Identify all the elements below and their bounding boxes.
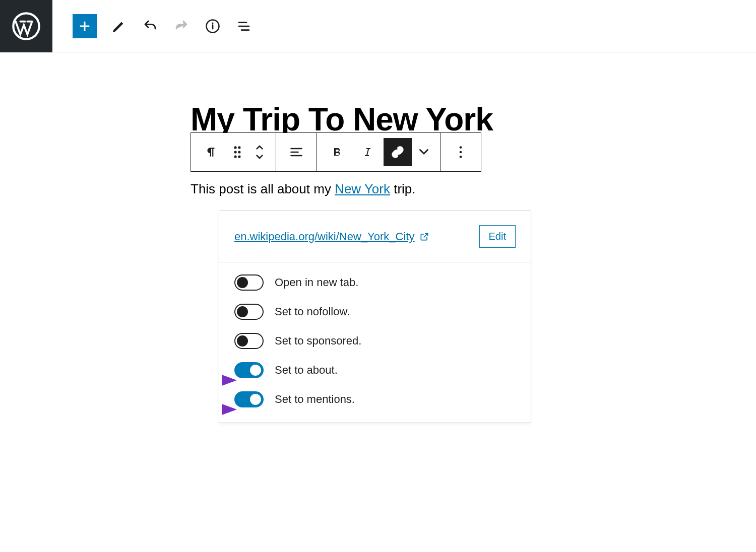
paragraph-block[interactable]: This post is all about my New York trip. xyxy=(191,181,416,197)
link-popover-options: Open in new tab.Set to nofollow.Set to s… xyxy=(219,262,531,423)
link-option-row: Set to mentions. xyxy=(234,391,516,407)
svg-point-2 xyxy=(234,146,237,149)
svg-point-7 xyxy=(238,156,240,158)
link-option-label: Set to sponsored. xyxy=(275,334,361,348)
link-option-label: Set to about. xyxy=(275,364,338,377)
svg-point-6 xyxy=(234,156,237,158)
info-button[interactable] xyxy=(204,17,222,35)
italic-icon xyxy=(361,146,373,158)
kebab-icon xyxy=(459,146,463,159)
editor-content: My Trip To New York xyxy=(191,103,563,135)
link-option-toggle[interactable] xyxy=(234,304,264,320)
link-option-row: Set to about. xyxy=(234,362,516,378)
drag-handle[interactable] xyxy=(227,138,247,166)
add-block-button[interactable] xyxy=(73,14,97,38)
select-tool-button[interactable] xyxy=(110,17,128,35)
link-option-row: Open in new tab. xyxy=(234,274,516,291)
italic-button[interactable] xyxy=(353,138,382,166)
wordpress-icon xyxy=(12,12,40,40)
info-icon xyxy=(205,19,220,34)
block-type-button[interactable] xyxy=(197,138,225,166)
plus-icon xyxy=(78,19,92,33)
link-option-row: Set to sponsored. xyxy=(234,333,516,349)
undo-icon xyxy=(143,19,158,34)
undo-button[interactable] xyxy=(141,17,159,35)
link-option-label: Set to nofollow. xyxy=(275,305,350,318)
link-option-toggle[interactable] xyxy=(234,274,264,291)
editor-topbar xyxy=(0,0,756,52)
paragraph-text-before: This post is all about my xyxy=(191,181,335,196)
block-more-button[interactable] xyxy=(447,138,475,166)
link-option-row: Set to nofollow. xyxy=(234,304,516,320)
list-icon xyxy=(236,19,251,34)
svg-point-3 xyxy=(238,146,240,149)
paragraph-link[interactable]: New York xyxy=(335,181,390,196)
link-option-toggle[interactable] xyxy=(234,362,264,378)
link-settings-popover: en.wikipedia.org/wiki/New_York_City Edit… xyxy=(219,211,531,423)
link-option-label: Open in new tab. xyxy=(275,276,358,289)
toolbar-tools xyxy=(52,14,253,38)
outline-button[interactable] xyxy=(235,17,253,35)
bold-icon xyxy=(331,146,343,158)
move-buttons[interactable] xyxy=(249,138,270,166)
redo-button[interactable] xyxy=(172,17,191,35)
svg-point-4 xyxy=(234,151,237,153)
edit-link-button[interactable]: Edit xyxy=(479,225,516,248)
bold-button[interactable] xyxy=(323,138,351,166)
paragraph-text-after: trip. xyxy=(390,181,416,196)
block-toolbar xyxy=(191,132,481,172)
paragraph-icon xyxy=(205,146,218,159)
chevrons-icon xyxy=(255,144,264,160)
link-popover-header: en.wikipedia.org/wiki/New_York_City Edit xyxy=(219,211,531,262)
pencil-icon xyxy=(111,19,127,34)
svg-point-5 xyxy=(238,151,240,153)
wordpress-logo[interactable] xyxy=(0,0,52,52)
align-left-icon xyxy=(289,145,303,159)
link-option-toggle[interactable] xyxy=(234,391,264,407)
more-formatting-button[interactable] xyxy=(414,138,434,166)
svg-point-10 xyxy=(460,156,462,158)
align-button[interactable] xyxy=(282,138,310,166)
link-url[interactable]: en.wikipedia.org/wiki/New_York_City xyxy=(234,230,429,243)
chevron-down-icon xyxy=(419,148,428,157)
link-icon xyxy=(391,145,405,159)
redo-icon xyxy=(174,19,189,34)
drag-icon xyxy=(233,146,242,159)
link-button[interactable] xyxy=(384,138,412,166)
link-option-label: Set to mentions. xyxy=(275,393,355,406)
post-title[interactable]: My Trip To New York xyxy=(191,103,563,135)
link-option-toggle[interactable] xyxy=(234,333,264,349)
svg-point-8 xyxy=(460,146,462,149)
link-url-text: en.wikipedia.org/wiki/New_York_City xyxy=(234,230,414,243)
svg-point-9 xyxy=(460,151,462,154)
external-link-icon xyxy=(419,232,429,242)
